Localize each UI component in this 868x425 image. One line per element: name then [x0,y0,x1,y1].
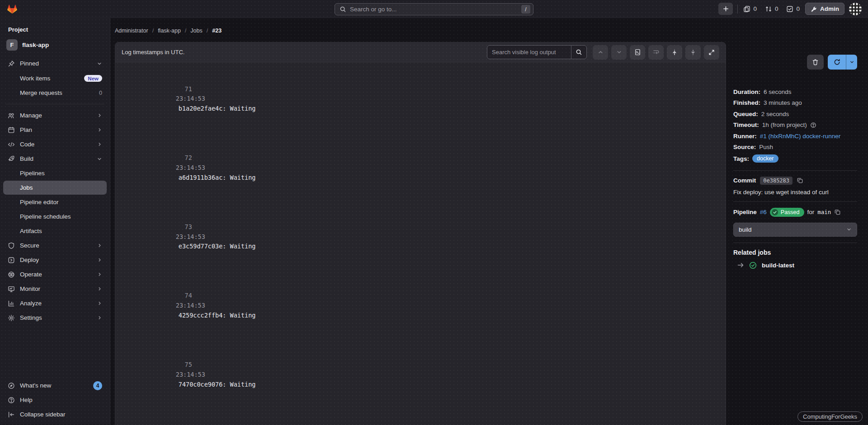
monitor-icon [8,285,15,293]
nav-item-label: Code [20,141,92,148]
detail-value: 1h (from project) [762,121,807,128]
sidebar-nav-item[interactable]: Build [3,152,107,166]
deploy-icon [8,257,15,264]
log-search-input[interactable] [487,46,571,59]
pin-icon [8,60,15,67]
erase-log-button[interactable] [807,55,824,70]
calendar-icon [8,126,15,134]
counter-value: 0 [775,5,778,12]
sidebar-nav-item[interactable]: Jobs [3,181,107,195]
chevron-right-icon [97,243,102,248]
topbar-counter[interactable]: 0 [785,5,801,13]
counter-value: 0 [753,5,757,12]
log-control-button[interactable] [611,45,627,60]
detail-value: Push [759,144,773,150]
code-icon [8,141,15,148]
line-number[interactable]: 74 [167,291,192,301]
sidebar-nav-item[interactable]: Pipelines [3,166,107,180]
breadcrumb-item[interactable]: flask-app [158,28,181,34]
line-number[interactable]: 73 [167,222,192,232]
nav-item-label: Secure [20,242,92,249]
log-output[interactable]: 71 23:14:53 b1a20e2fae4c: Waiting 72 23:… [115,62,726,425]
stage-selector[interactable]: build [733,223,857,237]
watermark: ComputingForGeeks [797,411,863,422]
sidebar-nav-item[interactable]: Analyze [3,296,107,310]
retry-split-button [828,55,857,70]
log-control-button[interactable] [648,45,664,60]
sidebar-nav-item[interactable]: Code [3,137,107,151]
sidebar-footer-item[interactable]: Collapse sidebar [3,407,107,421]
create-new-button[interactable] [718,3,733,15]
sidebar-nav-item[interactable]: Manage [3,108,107,122]
retry-icon [834,59,840,65]
nav-item-label: Monitor [20,285,92,292]
gitlab-logo-icon[interactable] [6,3,18,15]
wrench-icon [811,6,817,12]
help-icon[interactable] [810,122,816,128]
log-control-button[interactable] [685,45,701,60]
line-number[interactable]: 72 [167,153,192,163]
breadcrumb-item[interactable]: Jobs [190,28,202,34]
job-log-panel: Log timestamps in UTC. [115,42,726,425]
nav-item-icon [8,126,15,134]
log-control-button[interactable] [593,45,608,60]
sidebar-nav-item[interactable]: Deploy [3,253,107,267]
global-search[interactable]: / [335,3,533,15]
line-number[interactable]: 71 [167,84,192,94]
sidebar-item-pinned[interactable]: Pinned [3,56,107,70]
sidebar-nav-item[interactable]: Pipeline schedules [3,210,107,224]
topbar-counter[interactable]: 0 [764,5,779,13]
pipeline-link[interactable]: #6 [760,209,767,215]
breadcrumb-item[interactable]: Administrator [115,28,148,34]
log-line: 71 23:14:53 b1a20e2fae4c: Waiting [115,65,726,134]
global-search-input[interactable] [350,6,518,13]
sidebar-nav-item[interactable]: Pipeline editor [3,195,107,209]
copy-ref-icon[interactable] [834,209,841,215]
copy-commit-icon[interactable] [797,177,803,184]
line-text: a6d1911b36ac: Waiting [179,174,256,181]
sidebar-footer-item[interactable]: What's new 4 [3,378,107,392]
retry-dropdown-button[interactable] [846,55,857,70]
panel-divider [733,243,857,243]
sidebar-context-label: Project [0,23,110,37]
job-detail-row: Runner: #1 (hlxRnMhC) docker-runner [733,131,857,142]
sidebar-nav-item[interactable]: Monitor [3,282,107,296]
admin-button[interactable]: Admin [805,3,844,15]
line-timestamp: 23:14:53 [176,232,205,242]
commit-message[interactable]: Fix deploy: use wget instead of curl [733,189,857,196]
pipeline-status-badge[interactable]: Passed [770,208,804,217]
sidebar-nav-item[interactable]: Operate [3,267,107,281]
sidebar-pinned-item[interactable]: Merge requests 0 [3,86,107,100]
topbar-counter[interactable]: 0 [742,5,758,13]
user-avatar[interactable] [849,3,862,15]
footer-item-icon [8,397,15,404]
chevron-right-icon [97,272,102,277]
search-shortcut-key: / [521,5,530,14]
topbar-divider [737,5,738,14]
log-search[interactable] [487,45,587,59]
pipeline-ref[interactable]: main [817,209,831,215]
chart-icon [8,300,15,307]
line-number[interactable]: 75 [167,360,192,370]
detail-label: Timeout: [733,121,759,128]
rocket-icon [8,155,15,163]
wrap-lines-icon [653,49,660,56]
sidebar-nav-item[interactable]: Secure [3,238,107,252]
chevron-right-icon [97,315,102,320]
sidebar-nav-item[interactable]: Plan [3,123,107,137]
footer-item-label: What's new [20,382,88,389]
log-control-button[interactable] [630,45,645,60]
log-search-button[interactable] [571,46,586,59]
sidebar-nav-item[interactable]: Settings [3,311,107,325]
nav-item-label: Manage [20,112,92,119]
sidebar-project[interactable]: F flask-app [0,37,110,56]
log-control-button[interactable] [704,45,719,60]
log-control-button[interactable] [667,45,682,60]
sidebar-footer-item[interactable]: Help [3,393,107,407]
commit-sha[interactable]: 0e385283 [760,177,793,185]
sidebar-nav-item[interactable]: Artifacts [3,224,107,238]
sidebar-pinned-item[interactable]: Work items New [3,71,107,85]
retry-job-button[interactable] [828,55,846,70]
breadcrumb-item[interactable]: #23 [212,28,222,34]
related-job-row[interactable]: build-latest [733,262,857,269]
